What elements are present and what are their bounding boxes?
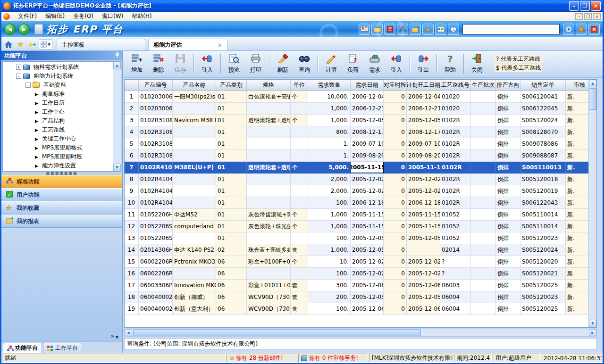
- column-header-rownum[interactable]: [125, 80, 139, 91]
- table-cell[interactable]: 0: [384, 174, 407, 185]
- table-cell[interactable]: [173, 103, 216, 114]
- table-cell[interactable]: 01: [216, 232, 247, 244]
- column-header-排产方向[interactable]: 排产方向: [496, 80, 520, 91]
- scroll-up-icon[interactable]: ▲: [589, 80, 596, 87]
- table-cell[interactable]: 0: [384, 221, 407, 232]
- table-cell[interactable]: 透明滚轮套+透明: [247, 162, 291, 173]
- table-cell[interactable]: 010203006030: [139, 103, 173, 114]
- table-cell[interactable]: 01: [216, 174, 247, 185]
- table-cell[interactable]: Innovation MKO3: [173, 280, 216, 291]
- table-cell[interactable]: [471, 221, 496, 232]
- table-cell[interactable]: 新.: [566, 197, 588, 208]
- table-row[interactable]: 1706003306P000Innovation MKO306彩盒+01011+…: [125, 280, 588, 291]
- table-cell[interactable]: [247, 197, 291, 208]
- table-cell[interactable]: 0: [384, 138, 407, 149]
- table-cell[interactable]: Pctronix MKO328: [173, 256, 216, 267]
- toolbar-button-需求[interactable]: 需求: [364, 52, 386, 75]
- table-row[interactable]: 40102R310800001800.2008-12-1702008-12-17…: [125, 126, 588, 138]
- table-cell[interactable]: 01020: [440, 103, 471, 114]
- table-cell[interactable]: [173, 197, 216, 208]
- table-cell[interactable]: 01052206H000: [139, 209, 173, 220]
- table-cell[interactable]: [471, 103, 496, 114]
- table-row[interactable]: 19060040002070创新（意大利）06WCV90D（7300000套10…: [125, 303, 588, 315]
- sidebar-panel-我的收藏[interactable]: ★我的收藏: [1, 201, 122, 215]
- table-cell[interactable]: [471, 185, 496, 197]
- table-cell[interactable]: 2005-12-06: [351, 280, 384, 291]
- table-cell[interactable]: S005120025: [520, 280, 566, 291]
- table-cell[interactable]: 06002206R001: [139, 256, 173, 267]
- table-cell[interactable]: S008128070: [520, 126, 566, 138]
- idcard-icon[interactable]: [435, 24, 446, 35]
- table-cell[interactable]: 0102R4104000: [139, 185, 173, 197]
- toolbar-button-删除[interactable]: 删除: [148, 52, 169, 75]
- table-cell[interactable]: 0102R: [440, 197, 471, 208]
- table-cell[interactable]: 2009-07-10: [407, 138, 440, 149]
- forward-button[interactable]: ▶: [18, 24, 30, 35]
- table-cell[interactable]: 2008-12-17: [351, 126, 384, 138]
- table-cell[interactable]: 06: [216, 303, 247, 314]
- tree-item-期量标准[interactable]: ▶期量标准: [3, 90, 112, 99]
- table-cell[interactable]: 06004: [440, 291, 471, 303]
- folder-add-icon[interactable]: [410, 24, 421, 35]
- table-cell[interactable]: 5,000.: [308, 162, 351, 173]
- table-cell[interactable]: 新.: [566, 221, 588, 232]
- table-row[interactable]: 18060040002060创新（挪威）06WCV90D（7300000套200…: [125, 291, 588, 303]
- table-cell[interactable]: 12: [125, 221, 139, 232]
- table-cell[interactable]: 13: [125, 232, 139, 244]
- table-cell[interactable]: 新.: [566, 126, 588, 138]
- table-cell[interactable]: [173, 185, 216, 197]
- table-cell[interactable]: 2006-12-18: [407, 197, 440, 208]
- table-cell[interactable]: 0102R4104000: [139, 174, 173, 185]
- table-cell[interactable]: 2005-12-05: [351, 232, 384, 244]
- scroll-left-icon[interactable]: ◀: [125, 329, 132, 336]
- table-cell[interactable]: 倒排: [496, 91, 520, 102]
- table-cell[interactable]: 0: [384, 244, 407, 256]
- splitter-handle[interactable]: ■■■■■■■: [1, 172, 122, 175]
- menu-item-4[interactable]: 帮助(H): [127, 11, 156, 21]
- menu-item-0[interactable]: 文件(F): [14, 11, 41, 21]
- table-cell[interactable]: [291, 126, 308, 138]
- table-cell[interactable]: [291, 138, 308, 149]
- table-cell[interactable]: 02014306H010: [139, 244, 173, 256]
- sidebar-panel-标准功能[interactable]: 标准功能: [1, 175, 122, 188]
- table-cell[interactable]: 2005-12-02: [407, 174, 440, 185]
- status-mail[interactable]: ✉你有 28 份新邮件!: [226, 354, 297, 363]
- table-cell[interactable]: [291, 174, 308, 185]
- tree-item-粗能力计划系统[interactable]: −粗能力计划系统: [3, 72, 112, 81]
- table-cell[interactable]: 2005-12-02: [351, 268, 384, 279]
- table-cell[interactable]: 01: [216, 150, 247, 161]
- table-cell[interactable]: [247, 232, 291, 244]
- table-cell[interactable]: [471, 115, 496, 126]
- table-cell[interactable]: Navicom M38 EL: [173, 115, 216, 126]
- table-cell[interactable]: 01: [216, 126, 247, 138]
- home-icon[interactable]: [3, 39, 14, 50]
- table-cell[interactable]: 0: [384, 268, 407, 279]
- table-cell[interactable]: 珠光蓝+亮银多媒: [247, 244, 291, 256]
- table-cell[interactable]: 0102R4104000: [139, 162, 173, 173]
- table-cell[interactable]: [471, 268, 496, 279]
- table-cell[interactable]: 01: [216, 221, 247, 232]
- table-cell[interactable]: 2005-12-02: [351, 174, 384, 185]
- table-cell[interactable]: 0102R3108000: [139, 138, 173, 149]
- table-cell[interactable]: S005120018: [520, 174, 566, 185]
- table-cell[interactable]: 倒排: [496, 280, 520, 291]
- table-cell[interactable]: ?: [440, 268, 471, 279]
- table-cell[interactable]: 个: [291, 221, 308, 232]
- scroll-down-icon[interactable]: ▼: [113, 164, 121, 171]
- table-row[interactable]: 1201052206S000computerland M501灰色滚轮+珠光蓝个…: [125, 221, 588, 232]
- table-cell[interactable]: 1,000.: [308, 103, 351, 114]
- table-cell[interactable]: [471, 209, 496, 220]
- table-cell[interactable]: 4: [125, 126, 139, 138]
- table-cell[interactable]: 01: [216, 185, 247, 197]
- table-cell[interactable]: 0: [384, 256, 407, 267]
- toolbar-button-增加[interactable]: 增加: [126, 52, 148, 75]
- table-cell[interactable]: 倒排: [496, 209, 520, 220]
- table-cell[interactable]: 新.: [566, 303, 588, 314]
- table-cell[interactable]: 申达 K140 PS2 D: [173, 244, 216, 256]
- table-cell[interactable]: 2005-12-06: [407, 303, 440, 314]
- table-cell[interactable]: 个: [291, 162, 308, 173]
- table-cell[interactable]: [407, 244, 440, 256]
- table-cell[interactable]: 0: [384, 162, 407, 173]
- table-cell[interactable]: 新.: [566, 244, 588, 256]
- table-cell[interactable]: 0102R3108000: [139, 150, 173, 161]
